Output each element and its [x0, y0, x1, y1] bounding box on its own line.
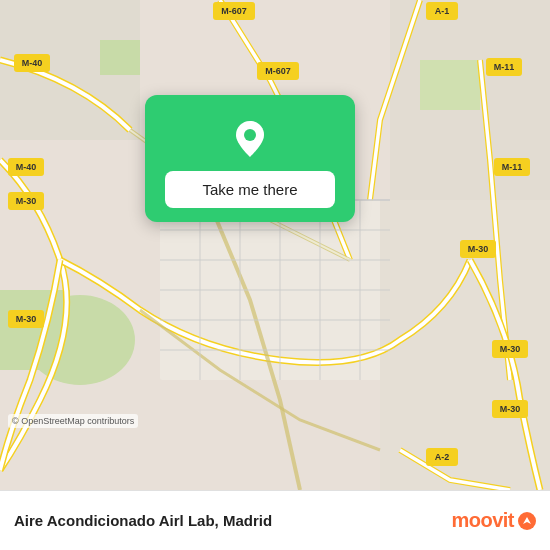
svg-text:M-30: M-30	[16, 314, 37, 324]
moovit-icon	[518, 512, 536, 530]
location-popup: Take me there	[145, 95, 355, 222]
take-me-there-button[interactable]: Take me there	[165, 171, 335, 208]
map-container: M-40 M-40 M-607 M-607 A-1 M-11 M-11 M-30…	[0, 0, 550, 490]
bottom-bar: Aire Acondicionado Airl Lab, Madrid moov…	[0, 490, 550, 550]
svg-rect-7	[420, 60, 480, 110]
svg-text:M-30: M-30	[500, 344, 521, 354]
location-title: Aire Acondicionado Airl Lab, Madrid	[14, 512, 272, 529]
svg-text:A-2: A-2	[435, 452, 450, 462]
svg-text:M-607: M-607	[221, 6, 247, 16]
svg-text:M-30: M-30	[500, 404, 521, 414]
osm-credit: © OpenStreetMap contributors	[8, 414, 138, 428]
svg-text:M-30: M-30	[16, 196, 37, 206]
svg-text:M-607: M-607	[265, 66, 291, 76]
svg-text:A-1: A-1	[435, 6, 450, 16]
location-pin-icon	[226, 113, 274, 161]
svg-text:M-11: M-11	[494, 62, 515, 72]
svg-text:M-40: M-40	[22, 58, 43, 68]
svg-text:M-40: M-40	[16, 162, 37, 172]
moovit-text: moovit	[451, 509, 514, 532]
location-info: Aire Acondicionado Airl Lab, Madrid	[14, 512, 272, 529]
svg-rect-8	[100, 40, 140, 75]
moovit-logo: moovit	[451, 509, 536, 532]
svg-point-47	[244, 129, 256, 141]
svg-text:M-11: M-11	[502, 162, 523, 172]
svg-text:M-30: M-30	[468, 244, 489, 254]
